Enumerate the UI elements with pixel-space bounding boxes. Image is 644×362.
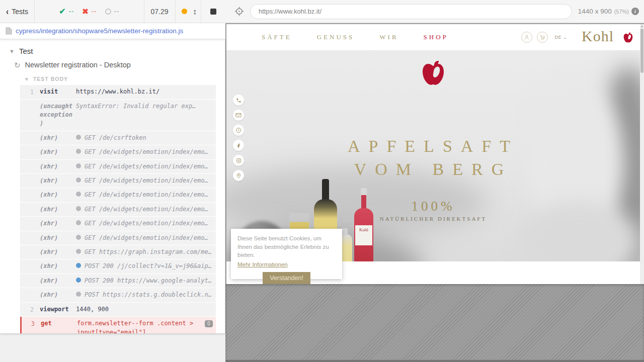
location-icon[interactable] — [233, 170, 244, 181]
command-message: GET /de/widgets/emotion/index/emo… — [76, 191, 213, 199]
command-name: (xhr) — [34, 262, 76, 270]
site-nav-right: DE ⌄ Kohl — [521, 28, 633, 47]
nav-link-wir[interactable]: WIR — [379, 33, 398, 41]
command-row-xhr[interactable]: (xhr)POST 200 https://www.google-analyti… — [21, 274, 216, 288]
command-row-xhr[interactable]: (xhr)POST 200 /j/collect?v=1&_v=j96&aip=… — [21, 259, 216, 274]
xhr-status-dot — [76, 206, 81, 211]
pending-count: -- — [114, 8, 120, 15]
nav-link-sfte[interactable]: SÄFTE — [262, 33, 292, 41]
command-row-xhr[interactable]: (xhr)GET /de/widgets/emotion/index/emo… — [21, 203, 216, 217]
selector-playground-icon[interactable] — [234, 7, 244, 16]
suite-row[interactable]: ▼ Test — [0, 44, 225, 58]
command-number — [21, 277, 34, 285]
stat-pending[interactable]: -- — [105, 8, 120, 15]
active-test-row[interactable]: ↻ Newsletter registration - Desktop — [0, 58, 225, 73]
command-name: (xhr) — [34, 191, 76, 199]
command-message: POST 200 https://www.google-analytics.co… — [76, 277, 213, 285]
command-row-visit[interactable]: 1visithttps://www.kohl.bz.it/ — [21, 85, 216, 100]
stop-section — [201, 0, 225, 23]
command-row-xhr[interactable]: (xhr)GET /de/widgets/emotion/index/emo… — [21, 145, 216, 159]
stat-passed[interactable]: ✔ -- — [59, 7, 74, 16]
command-number — [21, 262, 34, 270]
xhr-status-dot — [76, 220, 81, 225]
command-number: 1 — [21, 87, 34, 97]
cookie-accept-button[interactable]: Verstanden! — [263, 272, 310, 284]
nav-link-shop[interactable]: SHOP — [424, 33, 448, 41]
test-body-label: TEST BODY — [33, 76, 68, 82]
command-row-xhr[interactable]: (xhr)GET /de/widgets/emotion/index/emo… — [21, 160, 216, 174]
command-name: (xhr) — [34, 291, 76, 299]
site-logo[interactable]: Kohl — [582, 28, 614, 45]
auto-scrolling-indicator[interactable] — [182, 9, 187, 14]
command-row-xhr[interactable]: (xhr)GET /de/csrftoken — [21, 131, 216, 145]
command-row-get[interactable]: 3getform.newsletter--form .content > inp… — [20, 317, 216, 333]
command-name: (xhr) — [34, 176, 76, 185]
command-number — [21, 291, 34, 299]
command-name: (xhr) — [34, 148, 76, 156]
test-body-toggle[interactable]: ▼ TEST BODY — [0, 73, 225, 85]
hero-title-line1: APFELSAFT — [226, 135, 640, 158]
command-name: (xhr) — [34, 277, 76, 285]
xhr-status-dot — [76, 278, 81, 283]
aut-container: APFELSAFT VOM BERG 100% NATÜRLICHER DIRE… — [225, 23, 644, 362]
file-icon — [6, 27, 12, 35]
aut-background-stripes — [225, 284, 644, 362]
nav-link-genuss[interactable]: GENUSS — [317, 33, 355, 41]
spec-path-link[interactable]: cypress/integration/shopware5/newsletter… — [16, 27, 183, 35]
phone-icon[interactable] — [233, 95, 244, 106]
command-row-xhr[interactable]: (xhr)POST https://stats.g.doubleclick.ne… — [21, 288, 216, 302]
scrollbar-thumb[interactable] — [640, 29, 643, 73]
command-name: (xhr) — [34, 248, 76, 256]
command-number — [21, 148, 34, 156]
command-message: POST https://stats.g.doubleclick.net/j/c… — [76, 291, 213, 299]
language-switcher[interactable]: DE ⌄ — [554, 35, 567, 40]
command-row-xhr[interactable]: (xhr)GET /de/widgets/emotion/index/emo… — [21, 188, 216, 202]
check-icon: ✔ — [59, 7, 65, 16]
instagram-icon[interactable] — [233, 155, 244, 166]
aut-url-bar[interactable]: https://www.kohl.bz.it/ — [250, 4, 572, 19]
command-number — [21, 234, 34, 242]
command-message: GET /de/widgets/emotion/index/emo… — [76, 205, 213, 214]
mail-icon[interactable] — [233, 110, 244, 121]
account-icon[interactable] — [521, 32, 532, 43]
test-list: ▼ Test ↻ Newsletter registration - Deskt… — [0, 39, 225, 333]
cookie-more-info-link[interactable]: Mehr Informationen — [237, 261, 288, 267]
command-message: https://www.kohl.bz.it/ — [76, 87, 213, 97]
command-name: (uncaught exception) — [34, 102, 76, 128]
spec-path-bar: cypress/integration/shopware5/newsletter… — [0, 23, 225, 39]
command-row-viewport[interactable]: 2viewport1440, 900 — [21, 303, 216, 317]
aut-iframe: APFELSAFT VOM BERG 100% NATÜRLICHER DIRE… — [226, 24, 640, 284]
command-row-xhr[interactable]: (xhr)GET /de/widgets/emotion/index/emo… — [21, 217, 216, 231]
command-row-uncaughtexception[interactable]: (uncaught exception)SyntaxError: Invalid… — [21, 100, 216, 131]
command-message: GET /de/widgets/emotion/index/emo… — [76, 219, 213, 228]
clock-icon[interactable] — [233, 125, 244, 136]
back-to-tests-button[interactable]: ‹ Tests — [0, 0, 35, 23]
command-row-xhr[interactable]: (xhr)GET /de/widgets/emotion/index/emo… — [21, 231, 216, 245]
command-message: GET /de/widgets/emotion/index/emo… — [76, 148, 213, 156]
scroll-arrows-icon[interactable]: ↕ — [193, 7, 197, 16]
command-name: viewport — [34, 305, 76, 314]
command-message: form.newsletter--form .content > input[t… — [77, 319, 202, 333]
viewport-size: 1440 x 900 — [578, 8, 612, 15]
viewport-scale: (57%) — [614, 9, 629, 15]
xhr-status-dot — [76, 163, 81, 168]
stop-button[interactable] — [210, 9, 216, 15]
active-test-title: Newsletter registration - Desktop — [25, 61, 131, 69]
command-name: (xhr) — [34, 234, 76, 242]
aut-scrollbar[interactable]: ▲ — [640, 24, 644, 284]
command-row-xhr[interactable]: (xhr)GET https://graph.instagram.com/me/… — [21, 245, 216, 259]
command-name: (xhr) — [34, 205, 76, 214]
command-number — [21, 205, 34, 214]
site-nav-links: SÄFTEGENUSSWIRSHOP — [262, 33, 448, 41]
command-number — [21, 219, 34, 228]
command-name: (xhr) — [34, 219, 76, 228]
x-icon: ✖ — [82, 7, 89, 16]
stat-failed[interactable]: ✖ -- — [82, 7, 97, 16]
aut-url: https://www.kohl.bz.it/ — [259, 8, 321, 15]
red-juice-bottle: Kohl — [354, 188, 373, 261]
info-icon[interactable]: i — [631, 8, 639, 15]
cart-icon[interactable] — [537, 32, 548, 43]
command-row-xhr[interactable]: (xhr)GET /de/widgets/emotion/index/emo… — [21, 174, 216, 188]
facebook-icon[interactable] — [233, 140, 244, 151]
scrollbar-up-arrow[interactable]: ▲ — [640, 24, 644, 28]
